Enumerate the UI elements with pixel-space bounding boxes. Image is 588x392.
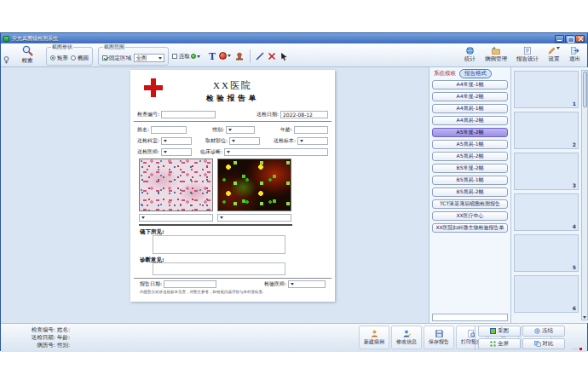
radio-ellipse-icon bbox=[71, 55, 76, 61]
checkbox-fixed-area-label: 固定区域 bbox=[109, 55, 131, 62]
text-tool-icon[interactable]: T bbox=[209, 51, 216, 61]
minimize-icon[interactable] bbox=[555, 35, 564, 43]
template-item[interactable]: A5简易-2幅 bbox=[432, 152, 508, 161]
template-item[interactable]: XX医疗中心 bbox=[432, 211, 508, 221]
image1-caption-select[interactable] bbox=[139, 214, 213, 222]
color-picker[interactable] bbox=[191, 54, 200, 59]
marker-tool[interactable] bbox=[219, 52, 231, 60]
compare-label: 对比 bbox=[543, 340, 554, 348]
save-icon bbox=[435, 330, 443, 337]
compare-button[interactable]: 对比 bbox=[522, 338, 565, 349]
maximize-icon[interactable] bbox=[565, 35, 574, 43]
template-item[interactable]: A4常规-1幅 bbox=[432, 80, 508, 89]
modify-info-button[interactable]: 修改信息 bbox=[391, 326, 422, 349]
send-date-input[interactable]: 2022-08-12 bbox=[280, 111, 328, 118]
clinical-dx-label: 临床诊断: bbox=[200, 148, 222, 156]
capture-controls: 采图 冻结 全屏 对比 bbox=[478, 326, 567, 349]
settings-label: 设置 bbox=[549, 55, 560, 63]
tab-system-template[interactable]: 系统模板 bbox=[434, 70, 456, 78]
exit-button[interactable]: 退出 bbox=[566, 46, 584, 64]
image-slot[interactable]: 6 bbox=[514, 275, 579, 313]
template-item[interactable]: A4简易-2幅 bbox=[432, 116, 508, 125]
send-date-label: 送检日期: bbox=[257, 111, 279, 118]
template-item[interactable]: A4简易-1幅 bbox=[432, 104, 508, 113]
template-item-selected[interactable]: A5常规-2幅 bbox=[432, 128, 508, 137]
statistics-icon bbox=[466, 47, 474, 55]
chevron-down-icon bbox=[227, 151, 230, 153]
histology-image[interactable] bbox=[139, 159, 213, 211]
name-label: 姓名: bbox=[137, 126, 149, 134]
diagnosis-textarea[interactable] bbox=[153, 262, 285, 275]
divider bbox=[250, 49, 251, 63]
stamp-tool-icon[interactable] bbox=[234, 51, 245, 61]
radio-rectangle[interactable]: 矩形 bbox=[50, 55, 68, 62]
settings-button[interactable]: 设置 bbox=[545, 46, 563, 64]
gender-select[interactable] bbox=[226, 126, 255, 134]
report-design-button[interactable]: 报告设计 bbox=[513, 46, 542, 64]
test-physician-select[interactable] bbox=[288, 280, 326, 288]
sidebar-bottom-field[interactable] bbox=[432, 314, 508, 321]
radio-ellipse[interactable]: 椭圆 bbox=[71, 55, 89, 62]
checkbox-fixed-area[interactable]: 固定区域 bbox=[102, 55, 131, 62]
image-slot[interactable]: 4 bbox=[514, 193, 579, 231]
report-date-input[interactable] bbox=[164, 280, 216, 288]
template-item[interactable]: B5简易-1幅 bbox=[432, 176, 508, 185]
report-images bbox=[139, 159, 292, 211]
pin-icon[interactable] bbox=[3, 44, 10, 66]
image2-caption-select[interactable] bbox=[217, 214, 291, 222]
image-slot[interactable]: 1 bbox=[514, 71, 579, 108]
divider bbox=[134, 121, 331, 122]
tab-report-format[interactable]: 报告格式 bbox=[459, 69, 492, 78]
pointer-tool-icon[interactable] bbox=[280, 52, 288, 61]
modify-info-label: 修改信息 bbox=[396, 338, 417, 346]
specimen-select[interactable] bbox=[297, 137, 328, 145]
age-input[interactable] bbox=[294, 126, 328, 134]
app-window: 荧光真菌镜检测系统 检索 截图形状 矩形 bbox=[0, 32, 588, 351]
toolbar-right-buttons: 统计 病例管理 报告设计 设置 bbox=[461, 46, 584, 64]
modify-info-icon bbox=[403, 330, 411, 337]
send-physician-select[interactable] bbox=[161, 148, 192, 156]
capture-image-button[interactable]: 采图 bbox=[478, 326, 521, 337]
statistics-button[interactable]: 统计 bbox=[461, 46, 479, 64]
template-item[interactable]: A4常规-2幅 bbox=[432, 92, 508, 101]
template-item[interactable]: B5简易-2幅 bbox=[432, 187, 508, 197]
checkbox-continuous-label: 连取 bbox=[179, 53, 190, 61]
checkbox-continuous[interactable]: 连取 bbox=[172, 53, 190, 61]
image-slot[interactable]: 5 bbox=[514, 234, 579, 272]
row-patient: 姓名: 性别: 年龄: bbox=[137, 125, 328, 134]
save-report-button[interactable]: 保存报告 bbox=[424, 326, 454, 349]
dept-select[interactable] bbox=[161, 137, 192, 145]
new-case-button[interactable]: 新建病例 bbox=[359, 326, 389, 349]
exam-number-input[interactable] bbox=[161, 111, 216, 118]
image-slot[interactable]: 3 bbox=[514, 153, 579, 190]
micro-findings-textarea[interactable] bbox=[153, 235, 285, 254]
template-item[interactable]: B5常规-2幅 bbox=[432, 164, 508, 173]
template-item[interactable]: TCT液基薄层细胞检测报告 bbox=[432, 199, 508, 209]
fluorescence-image[interactable] bbox=[217, 159, 291, 211]
fullscreen-button[interactable]: 全屏 bbox=[478, 338, 521, 349]
slot-number: 2 bbox=[573, 141, 576, 147]
case-management-button[interactable]: 病例管理 bbox=[481, 46, 510, 64]
template-item[interactable]: A5简易-1幅 bbox=[432, 140, 508, 149]
thumbnail-scrollbar[interactable] bbox=[581, 70, 588, 320]
slot-number: 4 bbox=[573, 223, 576, 229]
document-icon bbox=[524, 47, 531, 55]
site-label: 取材部位: bbox=[205, 137, 228, 145]
scroll-down-icon[interactable] bbox=[583, 316, 586, 319]
site-select[interactable] bbox=[229, 137, 260, 145]
close-icon[interactable] bbox=[575, 35, 585, 43]
search-button[interactable]: 检索 bbox=[10, 45, 44, 65]
line-tool-icon[interactable] bbox=[256, 52, 264, 61]
row-specimen: 送检科室: 取材部位: 送检标本: bbox=[137, 136, 328, 145]
freeze-button[interactable]: 冻结 bbox=[522, 326, 565, 337]
new-case-label: 新建病例 bbox=[364, 338, 384, 346]
template-item[interactable]: XX医院妇科微生物检验报告单 bbox=[432, 223, 508, 233]
capture-shape-group-label: 截图形状 bbox=[51, 44, 73, 49]
scope-select[interactable]: 全图 bbox=[134, 54, 164, 62]
report-page: XX医院 检验报告单 检查编号: 送检日期: 2022-08-12 姓名: 性别… bbox=[130, 70, 335, 302]
image-slot[interactable]: 2 bbox=[514, 112, 579, 149]
delete-tool-icon[interactable] bbox=[268, 52, 276, 61]
clinical-dx-select[interactable] bbox=[224, 148, 328, 156]
scrollbar-thumb[interactable] bbox=[583, 72, 587, 107]
name-input[interactable] bbox=[151, 126, 187, 134]
